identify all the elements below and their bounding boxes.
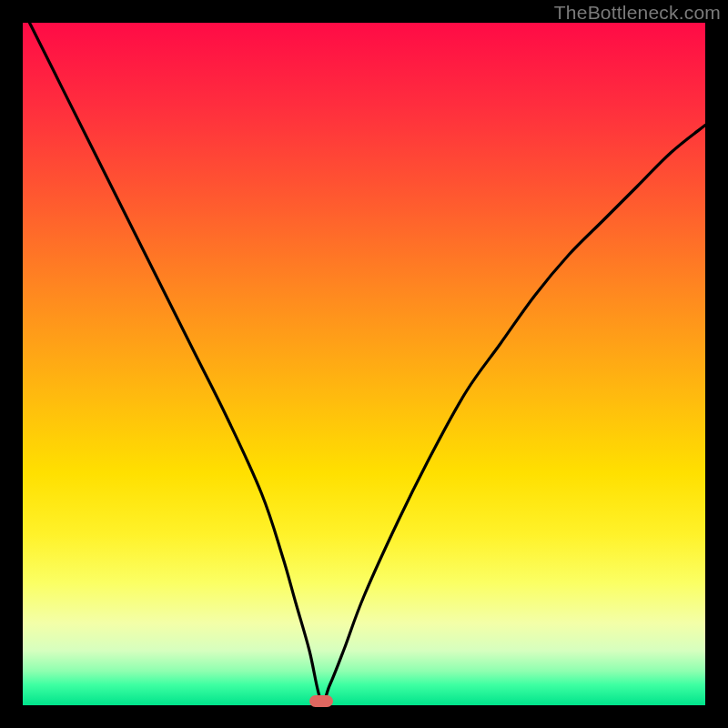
bottleneck-curve [23,23,705,705]
curve-path [30,23,706,703]
optimum-marker [309,695,333,707]
chart-frame: TheBottleneck.com [0,0,728,728]
watermark-text: TheBottleneck.com [554,2,721,24]
plot-area [23,23,705,705]
